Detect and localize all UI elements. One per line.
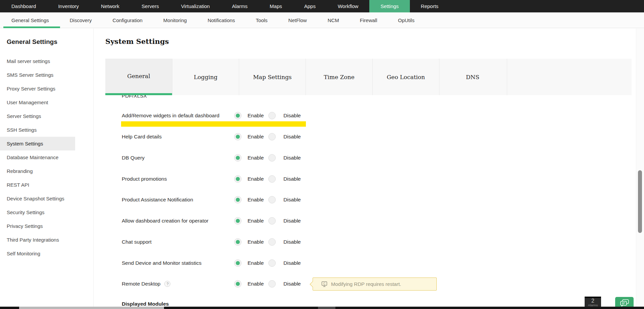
disable-option-label[interactable]: Disable: [283, 176, 301, 182]
disable-radio[interactable]: [268, 280, 276, 288]
disable-radio[interactable]: [268, 259, 276, 267]
tab[interactable]: Geo Location: [372, 59, 439, 95]
subnav-item-label: NCM: [328, 17, 339, 23]
sidebar-item[interactable]: Self Monitoring: [0, 247, 75, 260]
tab[interactable]: Time Zone: [306, 59, 372, 95]
disable-option-label[interactable]: Disable: [283, 260, 301, 266]
sidebar-item[interactable]: REST API: [0, 178, 75, 192]
enable-option-label[interactable]: Enable: [248, 218, 264, 224]
enable-option-label[interactable]: Enable: [248, 197, 264, 203]
subnav-item[interactable]: Tools: [246, 12, 278, 28]
enable-option-label[interactable]: Enable: [248, 155, 264, 161]
enable-option-label[interactable]: Enable: [248, 113, 264, 119]
subnav-item[interactable]: NetFlow: [278, 12, 317, 28]
subnav-item[interactable]: Notifications: [197, 12, 246, 28]
enable-radio[interactable]: [234, 238, 241, 246]
tab-label: Time Zone: [324, 74, 354, 80]
enable-radio[interactable]: [234, 196, 241, 203]
subnav-item[interactable]: Firewall: [350, 12, 388, 28]
tab[interactable]: General: [105, 59, 172, 95]
disable-option-label[interactable]: Disable: [283, 239, 301, 245]
disable-radio[interactable]: [268, 133, 276, 140]
enable-option-label[interactable]: Enable: [248, 176, 264, 182]
vertical-scrollbar-thumb[interactable]: [638, 170, 642, 233]
tab[interactable]: DNS: [439, 59, 506, 95]
topnav-item[interactable]: Maps: [259, 0, 293, 12]
sidebar: General Settings Mail server settingsSMS…: [0, 28, 75, 307]
enable-radio[interactable]: [234, 112, 241, 119]
enable-radio[interactable]: [234, 259, 241, 267]
sidebar-item[interactable]: Mail server settings: [0, 54, 75, 68]
enable-option-label[interactable]: Enable: [248, 260, 264, 266]
subnav-item[interactable]: Monitoring: [153, 12, 197, 28]
sidebar-item[interactable]: System Settings: [0, 137, 75, 150]
subnav-item[interactable]: Configuration: [102, 12, 153, 28]
topnav-item[interactable]: Settings: [369, 0, 410, 12]
disable-radio[interactable]: [268, 217, 276, 225]
enable-radio[interactable]: [234, 133, 241, 140]
sidebar-item[interactable]: SMS Server Settings: [0, 68, 75, 82]
disable-option-label[interactable]: Disable: [283, 281, 301, 287]
note-text: Modifying RDP requires restart.: [331, 281, 401, 287]
sidebar-item-label: SMS Server Settings: [7, 72, 53, 78]
top-nav: DashboardInventoryNetworkServersVirtuali…: [0, 0, 644, 12]
topnav-item[interactable]: Inventory: [47, 0, 90, 12]
topnav-item[interactable]: Servers: [130, 0, 170, 12]
tab[interactable]: Map Settings: [239, 59, 306, 95]
svg-text:C: C: [323, 282, 325, 285]
sidebar-item[interactable]: Third Party Integrations: [0, 233, 75, 247]
subnav-item[interactable]: Discovery: [59, 12, 102, 28]
settings-row: Product Assistance Notification ? Enable…: [122, 189, 491, 210]
topnav-item[interactable]: Virtualization: [170, 0, 221, 12]
enable-radio[interactable]: [234, 217, 241, 225]
sidebar-item[interactable]: Security Settings: [0, 205, 75, 219]
disable-radio[interactable]: [268, 238, 276, 246]
topnav-item[interactable]: Alarms: [221, 0, 259, 12]
enable-option-label[interactable]: Enable: [248, 134, 264, 140]
sidebar-item-label: Rebranding: [7, 168, 33, 174]
sidebar-item-label: Mail server settings: [7, 58, 50, 64]
disable-radio[interactable]: [268, 154, 276, 162]
topnav-item[interactable]: Dashboard: [0, 0, 47, 12]
tab[interactable]: Logging: [172, 59, 239, 95]
sidebar-item[interactable]: Database Maintenance: [0, 150, 75, 164]
enable-option-label[interactable]: Enable: [248, 281, 264, 287]
setting-label: Send Device and Monitor statistics: [122, 260, 202, 266]
subnav-item-label: Notifications: [208, 17, 235, 23]
sidebar-item[interactable]: Device Snapshot Settings: [0, 192, 75, 205]
setting-label: Product promotions: [122, 176, 167, 182]
topnav-item[interactable]: Network: [90, 0, 130, 12]
sidebar-item[interactable]: Server Settings: [0, 109, 75, 123]
enable-radio[interactable]: [234, 175, 241, 183]
subnav-item[interactable]: General Settings: [1, 12, 59, 28]
sidebar-item[interactable]: User Management: [0, 96, 75, 109]
topnav-item-label: Apps: [304, 3, 316, 9]
sidebar-item[interactable]: Privacy Settings: [0, 219, 75, 233]
disable-radio[interactable]: [268, 112, 276, 119]
enable-option-label[interactable]: Enable: [248, 239, 264, 245]
disable-radio[interactable]: [268, 196, 276, 203]
subnav-item-label: Discovery: [70, 17, 92, 23]
enable-radio[interactable]: [234, 280, 241, 288]
disable-option-label[interactable]: Disable: [283, 155, 301, 161]
enable-radio[interactable]: [234, 154, 241, 162]
disable-option-label[interactable]: Disable: [283, 218, 301, 224]
tab-label: Logging: [194, 74, 218, 80]
sidebar-item[interactable]: Proxy Server Settings: [0, 82, 75, 96]
disable-radio[interactable]: [268, 175, 276, 183]
rdp-monitor-icon: C: [321, 281, 328, 287]
vertical-scrollbar[interactable]: [636, 28, 644, 307]
subnav-item[interactable]: OpUtils: [387, 12, 425, 28]
horizontal-scrollbar[interactable]: [0, 307, 644, 309]
sidebar-item[interactable]: SSH Settings: [0, 123, 75, 137]
help-icon[interactable]: ?: [164, 281, 170, 287]
horizontal-scrollbar-thumb[interactable]: [19, 307, 164, 309]
topnav-item[interactable]: Apps: [293, 0, 327, 12]
disable-option-label[interactable]: Disable: [283, 113, 301, 119]
subnav-item[interactable]: NCM: [317, 12, 350, 28]
disable-option-label[interactable]: Disable: [283, 134, 301, 140]
topnav-item[interactable]: Reports: [410, 0, 450, 12]
topnav-item[interactable]: Workflow: [327, 0, 369, 12]
sidebar-item[interactable]: Rebranding: [0, 164, 75, 178]
disable-option-label[interactable]: Disable: [283, 197, 301, 203]
